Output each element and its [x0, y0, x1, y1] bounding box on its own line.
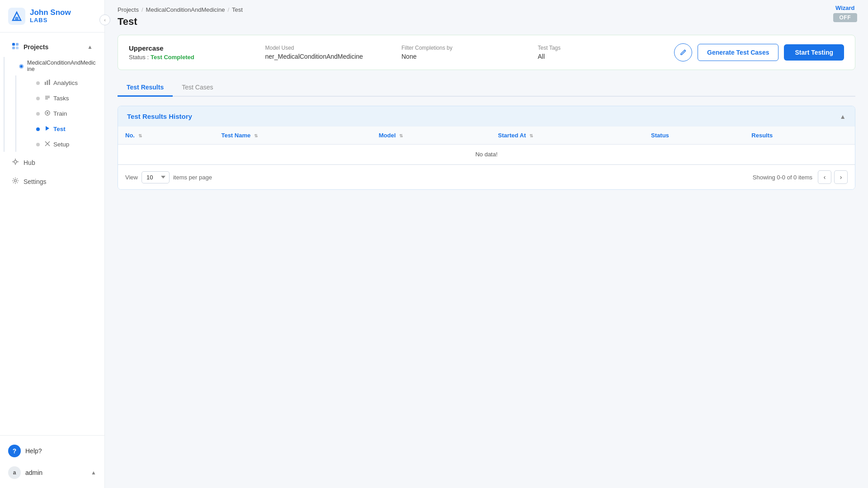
status-label: Status : — [129, 54, 149, 61]
svg-rect-8 — [47, 80, 48, 85]
status-badge: Test Completed — [151, 54, 194, 61]
breadcrumb-projects[interactable]: Projects — [118, 6, 139, 13]
info-card: Uppercase Status : Test Completed Model … — [118, 35, 855, 70]
col-results: Results — [744, 127, 855, 145]
model-label: Model Used — [265, 45, 402, 51]
history-collapse-icon[interactable]: ▲ — [840, 113, 846, 120]
svg-rect-6 — [16, 47, 19, 49]
col-no[interactable]: No. ⇅ — [118, 127, 214, 145]
col-status: Status — [644, 127, 744, 145]
projects-label: Projects — [24, 43, 87, 51]
wizard-toggle[interactable]: OFF — [833, 13, 858, 22]
project-name[interactable]: ◉ MedicalConditionAndMedicine — [10, 57, 104, 75]
prev-page-button[interactable]: ‹ — [818, 170, 831, 184]
logo-name: John Snow — [30, 8, 71, 17]
results-table: No. ⇅ Test Name ⇅ Model ⇅ Started At — [118, 127, 855, 164]
sidebar-collapse-button[interactable]: ‹ — [99, 14, 110, 25]
generate-test-cases-button[interactable]: Generate Test Cases — [698, 44, 778, 61]
pagination-left: View 10 25 50 100 items per page — [125, 171, 212, 183]
col-test-name[interactable]: Test Name ⇅ — [214, 127, 371, 145]
admin-area[interactable]: a admin ▲ — [0, 462, 104, 483]
sidebar-item-tasks[interactable]: Tasks — [20, 91, 101, 106]
wizard-area: Wizard OFF — [833, 5, 858, 22]
tab-test-cases[interactable]: Test Cases — [173, 79, 222, 97]
history-header: Test Results History ▲ — [118, 106, 855, 127]
test-name-value: Uppercase — [129, 44, 265, 52]
next-page-button[interactable]: › — [834, 170, 848, 184]
breadcrumb-sep-2: / — [227, 6, 229, 13]
sidebar: John Snow LABS Projects ▲ ◉ MedicalCondi… — [0, 0, 105, 488]
analytics-icon — [44, 79, 51, 87]
tabs-area: Test Results Test Cases — [118, 79, 855, 97]
col-started-at[interactable]: Started At ⇅ — [491, 127, 644, 145]
sort-no-icon: ⇅ — [138, 133, 142, 138]
table-footer: View 10 25 50 100 items per page Showing… — [118, 164, 855, 189]
help-icon: ? — [8, 445, 21, 457]
train-icon — [44, 110, 51, 117]
tasks-icon — [44, 94, 51, 102]
filter-section: Filter Completions by None — [401, 45, 538, 60]
model-section: Model Used ner_MedicalConditionAndMedici… — [265, 45, 402, 60]
project-name-label: MedicalConditionAndMedicine — [27, 60, 95, 72]
sidebar-bottom: ? Help? a admin ▲ — [0, 435, 104, 488]
history-card: Test Results History ▲ No. ⇅ Test Name ⇅ — [118, 106, 855, 190]
project-icon: ◉ — [19, 63, 24, 69]
sidebar-projects-header[interactable]: Projects ▲ — [4, 38, 101, 56]
analytics-dot — [36, 81, 40, 85]
settings-icon — [12, 177, 19, 186]
sidebar-item-analytics[interactable]: Analytics — [20, 75, 101, 90]
filter-label: Filter Completions by — [401, 45, 538, 51]
model-value: ner_MedicalConditionAndMedicine — [265, 53, 402, 60]
logo-area: John Snow LABS — [0, 0, 104, 33]
analytics-label: Analytics — [53, 80, 78, 86]
breadcrumb-current: Test — [232, 6, 243, 13]
filter-value: None — [401, 53, 538, 60]
svg-rect-0 — [8, 8, 25, 25]
tasks-label: Tasks — [53, 95, 69, 102]
pagination-buttons: ‹ › — [818, 170, 848, 184]
page-title: Test — [118, 16, 855, 28]
tasks-dot — [36, 97, 40, 100]
setup-dot — [36, 143, 40, 146]
per-page-select[interactable]: 10 25 50 100 — [142, 171, 170, 183]
no-data-cell: No data! — [118, 145, 855, 164]
col-model[interactable]: Model ⇅ — [372, 127, 491, 145]
tab-test-results[interactable]: Test Results — [118, 79, 173, 97]
pagination-right: Showing 0-0 of 0 items ‹ › — [753, 170, 848, 184]
test-label: Test — [53, 126, 66, 132]
info-actions: Generate Test Cases Start Testing — [674, 43, 844, 61]
svg-rect-5 — [12, 47, 15, 49]
start-testing-button[interactable]: Start Testing — [784, 44, 844, 61]
help-item[interactable]: ? Help? — [0, 440, 104, 462]
tags-section: Test Tags All — [538, 45, 675, 60]
settings-label: Settings — [24, 178, 47, 185]
breadcrumb-sep-1: / — [142, 6, 143, 13]
wizard-label: Wizard — [835, 5, 855, 11]
admin-avatar: a — [8, 466, 21, 479]
sidebar-item-hub[interactable]: Hub — [4, 154, 101, 172]
setup-label: Setup — [53, 141, 69, 148]
sidebar-item-train[interactable]: Train — [20, 106, 101, 121]
sidebar-item-test[interactable]: Test — [20, 122, 101, 136]
sort-started-icon: ⇅ — [529, 133, 533, 138]
test-dot — [36, 127, 40, 131]
logo-icon — [8, 8, 25, 25]
svg-point-18 — [14, 160, 17, 163]
no-data-row: No data! — [118, 145, 855, 164]
svg-rect-9 — [49, 80, 50, 85]
svg-marker-15 — [46, 126, 49, 131]
showing-label: Showing 0-0 of 0 items — [753, 174, 812, 181]
train-label: Train — [53, 110, 67, 117]
svg-rect-7 — [45, 82, 46, 85]
svg-rect-4 — [16, 43, 19, 46]
hub-icon — [12, 158, 19, 167]
content-area: Test Results History ▲ No. ⇅ Test Name ⇅ — [105, 97, 868, 488]
sidebar-item-settings[interactable]: Settings — [4, 173, 101, 191]
edit-button[interactable] — [674, 43, 692, 61]
test-icon — [44, 125, 51, 133]
items-per-page-label: items per page — [173, 174, 212, 181]
tags-label: Test Tags — [538, 45, 675, 51]
hub-label: Hub — [24, 159, 35, 166]
sidebar-item-setup[interactable]: Setup — [20, 137, 101, 152]
breadcrumb-project-name[interactable]: MedicalConditionAndMedicine — [146, 6, 225, 13]
